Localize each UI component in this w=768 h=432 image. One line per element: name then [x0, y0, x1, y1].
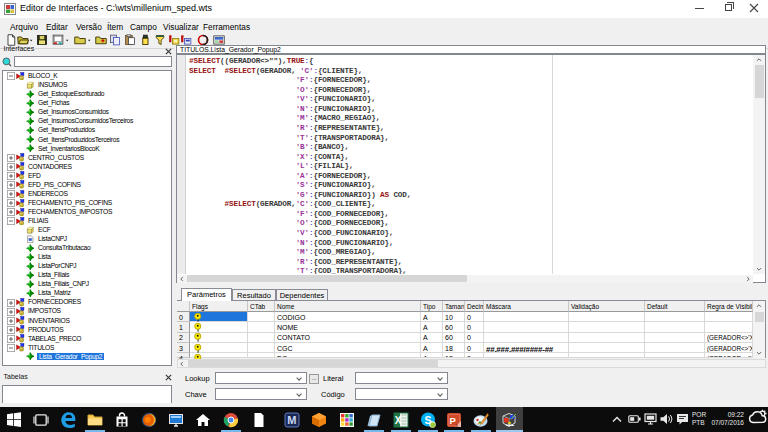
svg-text:s: s — [455, 421, 458, 427]
svg-text:M: M — [287, 414, 296, 426]
svg-text:X: X — [394, 415, 401, 426]
